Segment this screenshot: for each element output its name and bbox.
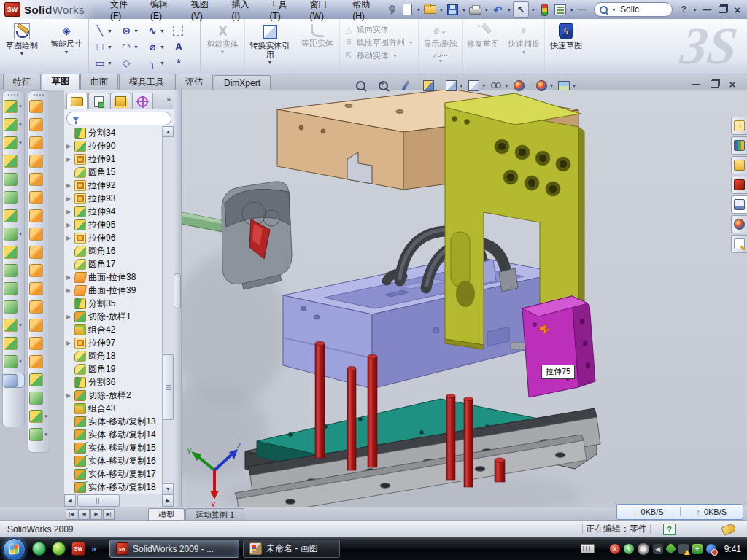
sketch-entity-caret[interactable]: ▼ [133,28,139,34]
print-caret[interactable]: ▼ [484,7,489,12]
surfaces-toolbar-button[interactable]: ▼ [29,191,49,203]
commandmanager-tab[interactable]: 模具工具 [119,73,174,90]
surfaces-toolbar-button[interactable]: ▼ [29,228,49,240]
tray-icon[interactable] [638,543,649,555]
trim-entities-button[interactable]: 剪裁实体 ▼ [203,21,242,55]
sketch-entity-caret[interactable]: ▼ [160,44,165,50]
feature-tree-item[interactable]: ▶ 圆角17 [64,257,163,271]
menu-item[interactable]: 插入(I) [224,0,262,24]
new-file-caret[interactable]: ▼ [417,7,422,12]
undo-caret[interactable]: ▼ [506,7,511,12]
sketch-entity-button[interactable]: ⊙ ▼ [119,23,144,39]
expand-arrow-icon[interactable]: ▶ [66,182,72,189]
feature-tree-item[interactable]: ▶ 实体-移动/复制17 [64,467,163,481]
features-toolbar-button[interactable]: ▼ [4,355,23,368]
task-pane-tab[interactable] [731,136,747,155]
feature-tree-item[interactable]: ▶ 圆角16 [64,244,163,257]
help-button[interactable]: ? [676,2,691,17]
commandmanager-tab[interactable]: 草图 [42,72,80,90]
tray-icon[interactable]: ϟ [624,544,634,554]
sketch-tool-caret[interactable]: ▼ [409,40,414,45]
sketch-entity-button[interactable]: ▭ ▼ [93,55,117,71]
featuremanager-tab[interactable] [88,93,109,109]
feature-tree-item[interactable]: ▶ 分割34 [64,126,163,139]
features-tool-caret[interactable]: ▼ [18,232,23,236]
input-method-keyboard-icon[interactable] [581,544,595,553]
sketch-entity-caret[interactable]: ▼ [107,61,112,66]
view-tool-caret[interactable]: ▼ [549,83,554,88]
close-button[interactable]: × [731,4,744,15]
task-pane-tab[interactable]: ⌂ [731,117,747,135]
sketch-tool-caret[interactable]: ▼ [392,53,398,58]
view-tool-button[interactable] [535,79,548,92]
quick-tips-button[interactable]: ? [663,524,676,535]
expand-arrow-icon[interactable]: ▶ [66,143,72,149]
sketch-entity-caret[interactable]: ▼ [160,61,165,66]
features-tool-caret[interactable]: ▼ [18,141,23,145]
tray-icon[interactable]: ◀ [653,544,663,554]
task-pane-tab[interactable] [731,156,747,174]
graphics-viewport[interactable]: Y Z X ⌂ [181,90,747,507]
expand-arrow-icon[interactable]: ▶ [66,235,72,241]
next-tab-button[interactable]: ▶ [90,509,102,520]
expand-arrow-icon[interactable]: ▶ [66,222,72,228]
sketch-entity-caret[interactable]: ▼ [133,44,139,50]
features-toolbar-button[interactable]: ▼ [4,319,23,331]
surfaces-toolbar-button[interactable]: ▼ [29,300,49,313]
menu-item[interactable]: 文件(F) [102,0,142,24]
feature-tree-item[interactable]: ▶ 圆角19 [64,362,163,376]
display-delete-relations-button[interactable]: ⌀⌄ 显示/删除几... ▼ [421,21,460,64]
surfaces-toolbar-button[interactable]: ▼ [29,319,49,331]
feature-tree-item[interactable]: ▶ 实体-移动/复制18 [64,481,163,494]
surfaces-tool-caret[interactable]: ▼ [44,414,48,419]
view-tool-caret[interactable]: ▼ [481,83,487,88]
doc-close-button[interactable]: × [727,79,738,89]
features-toolbar-button[interactable]: ▼ [4,100,23,112]
feature-tree-item[interactable]: ▶ 圆角18 [64,349,163,362]
commandmanager-tab[interactable]: DimXpert [214,75,271,90]
feature-tree-item[interactable]: ▶ 组合42 [64,323,163,336]
tree-filter-input[interactable] [66,112,171,125]
feature-tree-item[interactable]: ▶ 分割35 [64,297,163,310]
view-tool-button[interactable] [513,79,525,92]
model-canvas[interactable]: Y Z X [181,90,747,507]
features-toolbar-button[interactable]: ▼ [4,118,23,131]
surfaces-toolbar-button[interactable]: ▼ [29,373,49,386]
tray-icon[interactable] [706,544,716,554]
sketch-entity-button[interactable]: ◠ ▼ [119,39,144,55]
surfaces-toolbar-button[interactable]: ▼ [29,355,49,368]
scroll-left-button[interactable]: ◀ [64,494,76,507]
feature-tree-item[interactable]: ▶ 拉伸93 [64,192,163,205]
expand-arrow-icon[interactable]: ▶ [66,156,72,163]
featuremanager-tab[interactable] [132,93,153,109]
view-tool-button[interactable] [422,79,435,92]
surfaces-tool-caret[interactable]: ▼ [44,432,48,437]
commandmanager-tab[interactable]: 曲面 [80,73,118,90]
featuremanager-tab[interactable] [66,93,88,109]
smart-dimension-button[interactable]: ◈ 智能尺寸 ▼ [47,21,86,55]
surfaces-toolbar-button[interactable]: ▼ [29,410,49,422]
select-button[interactable]: ↖ [513,1,529,18]
feature-tree-item[interactable]: ▶ 曲面-拉伸39 [64,284,163,297]
quick-launch-overflow[interactable]: » [91,544,96,554]
features-toolbar-button[interactable]: ▼ [4,191,23,203]
save-caret[interactable]: ▼ [461,7,466,12]
menu-item[interactable]: 帮助(H) [344,0,385,24]
sketch-entity-caret[interactable]: ▼ [107,28,112,34]
vertical-scroll-thumb[interactable] [163,354,174,420]
feature-tree-item[interactable]: ▶ 实体-移动/复制13 [64,415,163,428]
surfaces-toolbar-button[interactable]: ▼ [29,155,49,167]
sketch-entity-button[interactable]: ∿ ▼ [145,23,170,39]
surfaces-toolbar-button[interactable]: ▼ [29,100,49,112]
sketch-tool-row[interactable]: ⠿ 线性草图阵列 ▼ [344,37,414,48]
undo-button[interactable]: ↶ [490,2,505,17]
tray-icon[interactable]: ✕ [610,544,620,554]
feature-tree-item[interactable]: ▶ 圆角15 [64,166,163,179]
feature-tree-item[interactable]: ▶ 拉伸95 [64,218,163,231]
tag-icon[interactable] [721,523,736,535]
messenger-icon[interactable] [32,542,46,556]
start-button[interactable] [3,538,26,560]
sketch-button[interactable]: 草图绘制 ▼ [2,21,42,57]
safety-ball-icon[interactable] [52,542,66,556]
search-input[interactable]: Solic [620,4,639,15]
